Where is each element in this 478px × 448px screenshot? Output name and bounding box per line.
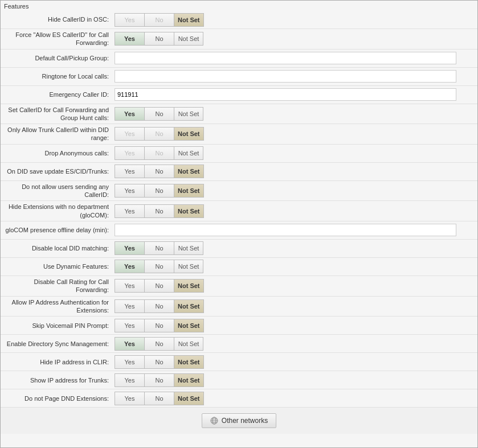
- no-btn-use-dynamic-features[interactable]: No: [144, 260, 174, 273]
- panel-title: Features: [1, 1, 477, 11]
- form-row-hide-callerid-osc: Hide CallerID in OSC:YesNoNot Set: [1, 11, 477, 29]
- btn-group-on-did-save-update: YesNoNot Set: [115, 165, 204, 178]
- label-use-dynamic-features: Use Dynamic Features:: [1, 262, 115, 270]
- controls-only-allow-trunk-callerid: YesNoNot Set: [115, 127, 477, 141]
- controls-skip-voicemail-pin: YesNoNot Set: [115, 319, 477, 332]
- input-emergency-caller-id[interactable]: [115, 88, 456, 101]
- label-enable-directory-sync: Enable Directory Sync Management:: [1, 340, 115, 348]
- notset-btn-do-not-page-dnd[interactable]: Not Set: [174, 392, 204, 405]
- no-btn-show-ip-trunks[interactable]: No: [144, 373, 174, 387]
- no-btn-skip-voicemail-pin[interactable]: No: [144, 319, 174, 332]
- no-btn-do-not-page-dnd[interactable]: No: [144, 392, 174, 405]
- yes-btn-do-not-allow-users-callerid[interactable]: Yes: [115, 184, 144, 198]
- form-row-enable-directory-sync: Enable Directory Sync Management:YesNoNo…: [1, 335, 477, 353]
- bottom-bar: Other networks: [1, 408, 477, 434]
- yes-btn-drop-anonymous-calls[interactable]: Yes: [115, 146, 144, 160]
- yes-btn-use-dynamic-features[interactable]: Yes: [115, 260, 144, 273]
- notset-btn-do-not-allow-users-callerid[interactable]: Not Set: [174, 184, 204, 198]
- notset-btn-allow-ip-auth-extensions[interactable]: Not Set: [174, 299, 204, 313]
- label-skip-voicemail-pin: Skip Voicemail PIN Prompt:: [1, 322, 115, 330]
- notset-btn-disable-local-did-matching[interactable]: Not Set: [174, 241, 203, 255]
- yes-btn-disable-call-rating-forwarding[interactable]: Yes: [115, 279, 144, 293]
- controls-do-not-page-dnd: YesNoNot Set: [115, 392, 477, 405]
- yes-btn-do-not-page-dnd[interactable]: Yes: [115, 392, 144, 405]
- controls-hide-callerid-osc: YesNoNot Set: [115, 13, 477, 27]
- notset-btn-only-allow-trunk-callerid[interactable]: Not Set: [174, 127, 204, 141]
- form-row-force-es-callerid: Force "Allow ES CallerID" for Call Forwa…: [1, 29, 477, 50]
- yes-btn-enable-directory-sync[interactable]: Yes: [115, 337, 144, 351]
- notset-btn-use-dynamic-features[interactable]: Not Set: [174, 260, 203, 273]
- controls-enable-directory-sync: YesNoNot Set: [115, 337, 477, 351]
- no-btn-drop-anonymous-calls[interactable]: No: [144, 146, 174, 160]
- btn-group-force-es-callerid: YesNoNot Set: [115, 32, 203, 46]
- features-panel: Features Hide CallerID in OSC:YesNoNot S…: [0, 0, 478, 448]
- label-hide-callerid-osc: Hide CallerID in OSC:: [1, 15, 115, 23]
- form-row-default-callpickup-group: Default Call/Pickup Group:: [1, 50, 477, 68]
- controls-drop-anonymous-calls: YesNoNot Set: [115, 146, 477, 160]
- label-glocom-presence-offline-delay: gloCOM presence offline delay (min):: [1, 226, 115, 234]
- no-btn-only-allow-trunk-callerid[interactable]: No: [144, 127, 174, 141]
- form-row-disable-local-did-matching: Disable local DID matching:YesNoNot Set: [1, 240, 477, 258]
- notset-btn-force-es-callerid[interactable]: Not Set: [174, 32, 203, 46]
- notset-btn-drop-anonymous-calls[interactable]: Not Set: [174, 146, 203, 160]
- form-row-use-dynamic-features: Use Dynamic Features:YesNoNot Set: [1, 258, 477, 276]
- form-row-only-allow-trunk-callerid: Only Allow Trunk CallerID within DID ran…: [1, 124, 477, 145]
- no-btn-set-callerid-forwarding[interactable]: No: [144, 107, 174, 121]
- input-ringtone-local-calls[interactable]: [115, 70, 456, 83]
- notset-btn-disable-call-rating-forwarding[interactable]: Not Set: [174, 279, 204, 293]
- no-btn-enable-directory-sync[interactable]: No: [144, 337, 174, 351]
- yes-btn-show-ip-trunks[interactable]: Yes: [115, 373, 144, 387]
- no-btn-on-did-save-update[interactable]: No: [144, 165, 174, 178]
- label-emergency-caller-id: Emergency Caller ID:: [1, 91, 115, 98]
- notset-btn-show-ip-trunks[interactable]: Not Set: [174, 373, 204, 387]
- label-show-ip-trunks: Show IP address for Trunks:: [1, 376, 115, 384]
- btn-group-set-callerid-forwarding: YesNoNot Set: [115, 107, 203, 121]
- notset-btn-hide-ip-clir[interactable]: Not Set: [174, 355, 204, 369]
- other-networks-button[interactable]: Other networks: [202, 413, 276, 428]
- globe-icon: [210, 417, 218, 425]
- notset-btn-enable-directory-sync[interactable]: Not Set: [174, 337, 203, 351]
- form-row-hide-extensions-no-dept: Hide Extensions with no department (gloC…: [1, 201, 477, 221]
- no-btn-hide-callerid-osc[interactable]: No: [144, 13, 174, 27]
- no-btn-disable-local-did-matching[interactable]: No: [144, 241, 174, 255]
- yes-btn-hide-callerid-osc[interactable]: Yes: [115, 13, 144, 27]
- yes-btn-allow-ip-auth-extensions[interactable]: Yes: [115, 299, 144, 313]
- no-btn-disable-call-rating-forwarding[interactable]: No: [144, 279, 174, 293]
- controls-disable-call-rating-forwarding: YesNoNot Set: [115, 279, 477, 293]
- form-row-skip-voicemail-pin: Skip Voicemail PIN Prompt:YesNoNot Set: [1, 317, 477, 335]
- notset-btn-skip-voicemail-pin[interactable]: Not Set: [174, 319, 204, 332]
- btn-group-use-dynamic-features: YesNoNot Set: [115, 260, 203, 273]
- no-btn-hide-extensions-no-dept[interactable]: No: [144, 204, 174, 218]
- yes-btn-set-callerid-forwarding[interactable]: Yes: [115, 107, 144, 121]
- no-btn-allow-ip-auth-extensions[interactable]: No: [144, 299, 174, 313]
- yes-btn-hide-extensions-no-dept[interactable]: Yes: [115, 204, 144, 218]
- no-btn-hide-ip-clir[interactable]: No: [144, 355, 174, 369]
- label-disable-local-did-matching: Disable local DID matching:: [1, 244, 115, 252]
- yes-btn-only-allow-trunk-callerid[interactable]: Yes: [115, 127, 144, 141]
- yes-btn-force-es-callerid[interactable]: Yes: [115, 32, 144, 46]
- label-hide-ip-clir: Hide IP address in CLIR:: [1, 358, 115, 366]
- notset-btn-set-callerid-forwarding[interactable]: Not Set: [174, 107, 203, 121]
- other-networks-label: Other networks: [222, 417, 268, 425]
- no-btn-force-es-callerid[interactable]: No: [144, 32, 174, 46]
- form-row-ringtone-local-calls: Ringtone for Local calls:: [1, 68, 477, 86]
- notset-btn-hide-extensions-no-dept[interactable]: Not Set: [174, 204, 204, 218]
- notset-btn-hide-callerid-osc[interactable]: Not Set: [174, 13, 204, 27]
- no-btn-do-not-allow-users-callerid[interactable]: No: [144, 184, 174, 198]
- form-row-hide-ip-clir: Hide IP address in CLIR:YesNoNot Set: [1, 353, 477, 371]
- yes-btn-skip-voicemail-pin[interactable]: Yes: [115, 319, 144, 332]
- btn-group-disable-local-did-matching: YesNoNot Set: [115, 241, 203, 255]
- controls-ringtone-local-calls: [115, 70, 477, 83]
- label-hide-extensions-no-dept: Hide Extensions with no department (gloC…: [1, 203, 115, 219]
- form-row-disable-call-rating-forwarding: Disable Call Rating for Call Forwarding:…: [1, 276, 477, 297]
- form-row-drop-anonymous-calls: Drop Anonymous calls:YesNoNot Set: [1, 145, 477, 163]
- notset-btn-on-did-save-update[interactable]: Not Set: [174, 165, 204, 178]
- yes-btn-hide-ip-clir[interactable]: Yes: [115, 355, 144, 369]
- form-row-show-ip-trunks: Show IP address for Trunks:YesNoNot Set: [1, 371, 477, 389]
- yes-btn-disable-local-did-matching[interactable]: Yes: [115, 241, 144, 255]
- controls-on-did-save-update: YesNoNot Set: [115, 165, 477, 178]
- input-default-callpickup-group[interactable]: [115, 52, 456, 64]
- btn-group-hide-ip-clir: YesNoNot Set: [115, 355, 204, 369]
- yes-btn-on-did-save-update[interactable]: Yes: [115, 165, 144, 178]
- input-glocom-presence-offline-delay[interactable]: [115, 224, 456, 236]
